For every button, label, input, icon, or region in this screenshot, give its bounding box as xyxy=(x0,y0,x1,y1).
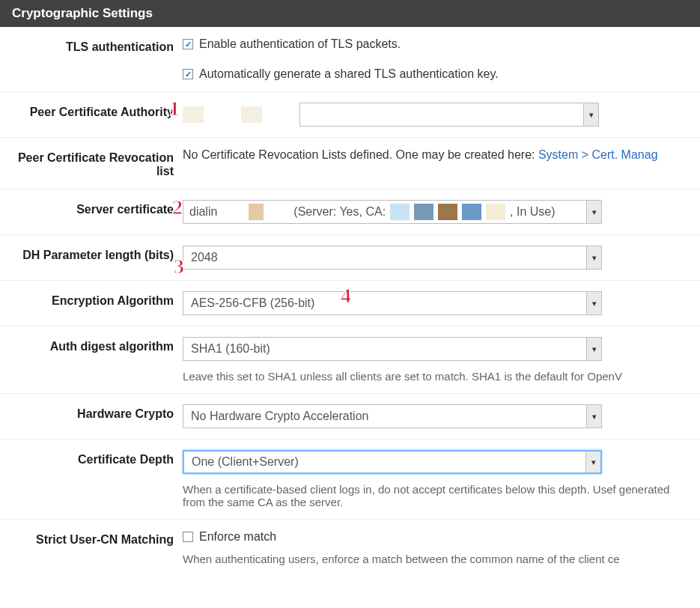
select-hardware-crypto[interactable]: No Hardware Crypto Acceleration xyxy=(183,404,602,428)
select-dh-value: 2048 xyxy=(183,248,586,267)
row-peer-ca: Peer Certificate Authority 1 xyxy=(0,92,700,138)
chevron-down-icon xyxy=(586,338,601,360)
select-auth-digest-value: SHA1 (160-bit) xyxy=(183,339,586,359)
label-encryption: Encryption Algorithm xyxy=(0,291,183,308)
chevron-down-icon xyxy=(585,452,600,472)
select-server-cert[interactable]: dialin (Server: Yes, CA: , In Use) xyxy=(183,200,602,224)
link-cert-manager[interactable]: System > Cert. Manag xyxy=(538,148,658,161)
label-cert-depth: Certificate Depth xyxy=(0,450,183,466)
row-tls-auth: TLS authentication Enable authentication… xyxy=(0,27,700,57)
select-encryption-value: AES-256-CFB (256-bit) xyxy=(183,294,586,313)
checkbox-label-enforce: Enforce match xyxy=(199,530,276,544)
chevron-down-icon xyxy=(586,246,601,269)
select-cert-depth[interactable]: One (Client+Server) xyxy=(183,450,602,474)
select-cert-depth-value: One (Client+Server) xyxy=(184,452,585,472)
server-cert-prefix: dialin xyxy=(189,205,217,219)
label-server-cert: Server certificate xyxy=(0,200,183,216)
checkbox-enable-tls-auth[interactable] xyxy=(183,39,193,49)
help-auth-digest: Leave this set to SHA1 unless all client… xyxy=(183,370,694,383)
chevron-down-icon xyxy=(586,201,601,223)
select-auth-digest[interactable]: SHA1 (160-bit) xyxy=(183,337,602,361)
label-tls-auth: TLS authentication xyxy=(0,37,183,54)
label-auth-digest: Auth digest algorithm xyxy=(0,337,183,353)
row-auth-digest: Auth digest algorithm SHA1 (160-bit) Lea… xyxy=(0,326,700,394)
crl-text: No Certificate Revocation Lists defined.… xyxy=(183,148,538,161)
select-hw-value: No Hardware Crypto Acceleration xyxy=(183,407,586,426)
label-peer-crl: Peer Certificate Revocation list xyxy=(0,148,183,178)
row-cert-depth: Certificate Depth One (Client+Server) Wh… xyxy=(0,440,700,520)
select-peer-ca[interactable] xyxy=(299,103,599,127)
row-server-cert: Server certificate dialin (Server: Yes, … xyxy=(0,189,700,235)
checkbox-auto-tls-key[interactable] xyxy=(183,69,193,79)
label-hardware-crypto: Hardware Crypto xyxy=(0,404,183,421)
panel-title: Cryptographic Settings xyxy=(12,6,153,20)
help-strict: When authenticating users, enforce a mat… xyxy=(183,553,694,565)
chevron-down-icon xyxy=(586,292,601,314)
chevron-down-icon xyxy=(586,405,601,428)
select-peer-ca-value xyxy=(300,112,583,118)
label-strict-usercn: Strict User-CN Matching xyxy=(0,530,183,547)
checkbox-label-auto-tls: Automatically generate a shared TLS auth… xyxy=(199,67,499,81)
checkbox-enforce-match[interactable] xyxy=(183,532,193,542)
row-tls-auth-2: Automatically generate a shared TLS auth… xyxy=(0,57,700,92)
row-hardware-crypto: Hardware Crypto No Hardware Crypto Accel… xyxy=(0,394,700,440)
row-dh-length: DH Parameter length (bits) 2048 3 xyxy=(0,235,700,281)
chevron-down-icon xyxy=(583,103,598,126)
row-peer-crl: Peer Certificate Revocation list No Cert… xyxy=(0,138,700,189)
panel-header: Cryptographic Settings xyxy=(0,0,700,27)
help-cert-depth: When a certificate-based client logs in,… xyxy=(183,483,694,508)
server-cert-suffix: , In Use) xyxy=(510,205,555,219)
server-cert-mid: (Server: Yes, CA: xyxy=(293,205,386,219)
label-peer-ca: Peer Certificate Authority xyxy=(0,103,183,119)
select-encryption[interactable]: AES-256-CFB (256-bit) xyxy=(183,291,602,315)
select-dh-length[interactable]: 2048 xyxy=(183,246,602,270)
row-encryption: Encryption Algorithm AES-256-CFB (256-bi… xyxy=(0,281,700,326)
row-strict-usercn: Strict User-CN Matching Enforce match Wh… xyxy=(0,520,700,576)
label-dh-length: DH Parameter length (bits) xyxy=(0,246,183,262)
checkbox-label-enable-tls: Enable authentication of TLS packets. xyxy=(199,37,401,51)
